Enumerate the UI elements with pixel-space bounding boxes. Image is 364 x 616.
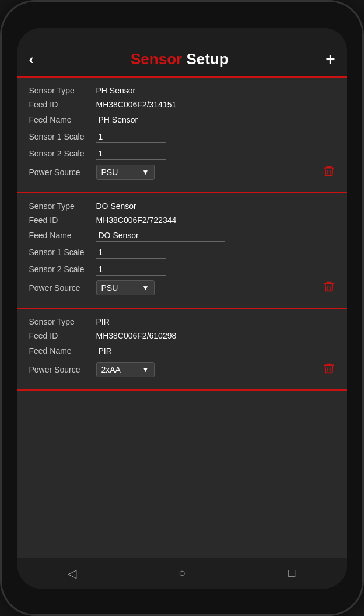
- scale2-label-2: Sensor 2 Scale: [29, 265, 96, 274]
- power-value-3: 2xAA: [102, 365, 138, 374]
- scale2-input-1[interactable]: [96, 148, 166, 160]
- feed-name-label-3: Feed Name: [29, 346, 96, 356]
- sensor-type-value-1: PH Sensor: [96, 86, 335, 95]
- sensor-type-label-3: Sensor Type: [29, 317, 96, 326]
- dropdown-arrow-2: ▼: [142, 284, 149, 292]
- scale1-input-2[interactable]: [96, 246, 166, 259]
- bottom-navigation: ◁ ○ □: [18, 558, 347, 589]
- sensor-type-row-2: Sensor Type DO Sensor: [29, 201, 335, 211]
- sensor-type-value-3: PIR: [96, 317, 335, 326]
- feed-id-row-3: Feed ID MH38C006F2/610298: [29, 331, 335, 340]
- status-bar: [18, 28, 347, 44]
- sensor-type-value-2: DO Sensor: [96, 201, 335, 211]
- scale1-row-1: Sensor 1 Scale: [29, 131, 335, 143]
- feed-id-value-2: MH38C006F2/722344: [96, 215, 335, 225]
- feed-id-value-3: MH38C006F2/610298: [96, 331, 335, 340]
- power-label-1: Power Source: [29, 168, 96, 177]
- power-value-1: PSU: [102, 168, 138, 177]
- feed-id-row-2: Feed ID MH38C006F2/722344: [29, 215, 335, 225]
- sensor-list: Sensor Type PH Sensor Feed ID MH38C006F2…: [18, 78, 347, 558]
- feed-name-row-2: Feed Name: [29, 229, 335, 242]
- feed-id-label-2: Feed ID: [29, 215, 96, 225]
- nav-recents-button[interactable]: □: [280, 562, 303, 585]
- power-row-1: Power Source PSU ▼: [29, 165, 335, 180]
- page-title: Sensor Setup: [131, 50, 229, 68]
- feed-name-input-1[interactable]: [96, 114, 225, 126]
- add-sensor-button[interactable]: +: [326, 50, 335, 69]
- phone-frame: ‹ Sensor Setup + Sensor Type PH Sensor F…: [0, 0, 364, 616]
- dropdown-arrow-3: ▼: [142, 366, 149, 374]
- scale2-row-1: Sensor 2 Scale: [29, 148, 335, 160]
- sensor-type-row-3: Sensor Type PIR: [29, 317, 335, 326]
- delete-sensor-2[interactable]: [323, 280, 335, 296]
- feed-name-row-3: Feed Name: [29, 345, 335, 357]
- feed-name-input-2[interactable]: [96, 229, 225, 242]
- power-select-2[interactable]: PSU ▼: [96, 280, 155, 295]
- power-select-1[interactable]: PSU ▼: [96, 165, 155, 180]
- feed-name-input-3[interactable]: [96, 345, 225, 357]
- sensor-card-3: Sensor Type PIR Feed ID MH38C006F2/61029…: [18, 309, 347, 391]
- feed-name-row-1: Feed Name: [29, 114, 335, 126]
- feed-id-value-1: MH38C006F2/314151: [96, 100, 335, 109]
- feed-id-label-1: Feed ID: [29, 100, 96, 109]
- title-white-part: Setup: [182, 50, 228, 68]
- feed-name-label-1: Feed Name: [29, 115, 96, 124]
- trash-icon-svg-3: [323, 362, 335, 375]
- phone-screen: ‹ Sensor Setup + Sensor Type PH Sensor F…: [18, 28, 347, 589]
- scale2-row-2: Sensor 2 Scale: [29, 263, 335, 276]
- sensor-card-2: Sensor Type DO Sensor Feed ID MH38C006F2…: [18, 193, 347, 309]
- sensor-card-1: Sensor Type PH Sensor Feed ID MH38C006F2…: [18, 78, 347, 193]
- power-select-3[interactable]: 2xAA ▼: [96, 362, 155, 377]
- nav-home-button[interactable]: ○: [170, 562, 194, 585]
- feed-id-label-3: Feed ID: [29, 331, 96, 340]
- dropdown-arrow-1: ▼: [142, 168, 149, 176]
- delete-sensor-1[interactable]: [323, 165, 335, 180]
- back-button[interactable]: ‹: [29, 51, 34, 68]
- power-row-2: Power Source PSU ▼: [29, 280, 335, 296]
- feed-name-label-2: Feed Name: [29, 231, 96, 240]
- title-red-part: Sensor: [131, 50, 182, 68]
- nav-back-button[interactable]: ◁: [61, 562, 84, 585]
- scale1-row-2: Sensor 1 Scale: [29, 246, 335, 259]
- scale1-input-1[interactable]: [96, 131, 166, 143]
- power-row-3: Power Source 2xAA ▼: [29, 362, 335, 378]
- power-value-2: PSU: [102, 283, 138, 293]
- sensor-type-row-1: Sensor Type PH Sensor: [29, 86, 335, 95]
- app-header: ‹ Sensor Setup +: [18, 44, 347, 76]
- feed-id-row-1: Feed ID MH38C006F2/314151: [29, 100, 335, 109]
- scale1-label-1: Sensor 1 Scale: [29, 132, 96, 141]
- trash-icon-svg-1: [323, 165, 335, 178]
- delete-sensor-3[interactable]: [323, 362, 335, 378]
- power-label-3: Power Source: [29, 365, 96, 374]
- scale2-label-1: Sensor 2 Scale: [29, 149, 96, 158]
- sensor-type-label-2: Sensor Type: [29, 201, 96, 211]
- scale2-input-2[interactable]: [96, 263, 166, 276]
- trash-icon-svg-2: [323, 280, 335, 293]
- sensor-type-label-1: Sensor Type: [29, 86, 96, 95]
- scale1-label-2: Sensor 1 Scale: [29, 248, 96, 257]
- power-label-2: Power Source: [29, 283, 96, 293]
